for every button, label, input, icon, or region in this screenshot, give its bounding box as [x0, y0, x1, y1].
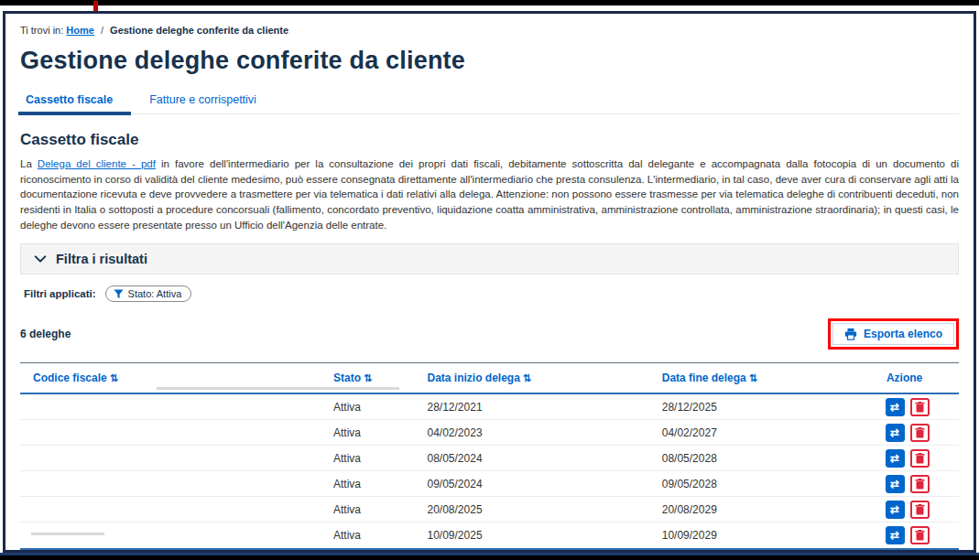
- header-data-fine[interactable]: Data fine delega⇅: [649, 363, 856, 393]
- results-row: 6 deleghe Esporta elenco: [20, 318, 959, 350]
- cell-azioni: ⇄: [855, 501, 959, 519]
- table-row: Attiva 10/09/2025 10/09/2029 ⇄: [20, 522, 959, 548]
- cell-stato: Attiva: [321, 401, 415, 414]
- table-header-row: Codice fiscale⇅ Stato⇅ Data inizio deleg…: [20, 363, 959, 394]
- intro-paragraph: La Delega del cliente - pdf in favore de…: [20, 156, 959, 232]
- header-data-inizio[interactable]: Data inizio delega⇅: [415, 363, 649, 393]
- header-azione: Azione: [855, 363, 959, 393]
- cell-data-fine: 09/05/2028: [649, 478, 856, 490]
- breadcrumb-home-link[interactable]: Home: [66, 25, 94, 36]
- delete-delega-button[interactable]: [910, 475, 930, 493]
- cell-data-fine: 28/12/2025: [649, 401, 856, 414]
- sort-icon[interactable]: ⇅: [364, 372, 372, 383]
- bottom-black-bar: [0, 555, 979, 560]
- sort-icon[interactable]: ⇅: [110, 372, 118, 383]
- intro-text-after: in favore dell'intermediario per la cons…: [20, 158, 959, 231]
- tab-cassetto-fiscale[interactable]: Cassetto fiscale: [24, 88, 114, 113]
- delega-cliente-pdf-link[interactable]: Delega del cliente - pdf: [38, 158, 156, 169]
- trash-icon: [915, 427, 925, 438]
- cell-azioni: ⇄: [855, 449, 959, 468]
- renew-delega-button[interactable]: ⇄: [886, 501, 905, 519]
- tab-bar: Cassetto fiscale Fatture e corrispettivi: [20, 88, 959, 114]
- results-count: 6 deleghe: [20, 328, 71, 340]
- cell-azioni: ⇄: [855, 398, 959, 416]
- applied-filters-row: Filtri applicati: Stato: Attiva: [24, 285, 959, 302]
- cell-data-inizio: 04/02/2023: [415, 426, 649, 439]
- breadcrumb: Ti trovi in: Home / Gestione deleghe con…: [20, 25, 959, 36]
- filter-accordion-label: Filtra i risultati: [56, 252, 147, 266]
- swap-arrows-icon: ⇄: [890, 504, 899, 515]
- redaction-artifact: [157, 387, 399, 390]
- cell-stato: Attiva: [321, 452, 415, 465]
- table-row: Attiva 20/08/2025 20/08/2029 ⇄: [20, 497, 959, 522]
- sort-icon[interactable]: ⇅: [523, 372, 531, 383]
- cell-data-fine: 04/02/2027: [649, 426, 856, 439]
- delete-delega-button[interactable]: [910, 449, 930, 468]
- cell-azioni: ⇄: [855, 424, 959, 442]
- table-row: Attiva 09/05/2024 09/05/2028 ⇄: [20, 471, 959, 497]
- table-row: Attiva 04/02/2023 04/02/2027 ⇄: [20, 420, 959, 446]
- page-title: Gestione deleghe conferite da cliente: [20, 47, 959, 75]
- cell-data-fine: 10/09/2029: [649, 529, 856, 542]
- renew-delega-button[interactable]: ⇄: [886, 424, 905, 442]
- delete-delega-button[interactable]: [910, 501, 930, 519]
- renew-delega-button[interactable]: ⇄: [886, 449, 905, 468]
- cell-data-inizio: 09/05/2024: [415, 478, 649, 490]
- deleghe-table: Codice fiscale⇅ Stato⇅ Data inizio deleg…: [20, 362, 959, 550]
- swap-arrows-icon: ⇄: [890, 479, 899, 490]
- cell-stato: Attiva: [321, 478, 415, 490]
- chevron-down-icon: [34, 253, 47, 265]
- tab-fatture-corrispettivi[interactable]: Fatture e corrispettivi: [147, 88, 258, 113]
- breadcrumb-current: Gestione deleghe conferite da cliente: [110, 25, 288, 36]
- trash-icon: [915, 530, 925, 541]
- applied-filters-label: Filtri applicati:: [24, 288, 96, 299]
- printer-icon: [844, 328, 857, 340]
- cell-stato: Attiva: [321, 503, 415, 516]
- export-list-button[interactable]: Esporta elenco: [832, 323, 954, 345]
- table-row: Attiva 28/12/2021 28/12/2025 ⇄: [20, 394, 959, 420]
- trash-icon: [915, 402, 925, 413]
- table-row: Attiva 08/05/2024 08/05/2028 ⇄: [20, 446, 959, 471]
- delete-delega-button[interactable]: [910, 424, 930, 442]
- renew-delega-button[interactable]: ⇄: [886, 475, 905, 493]
- cell-data-inizio: 08/05/2024: [415, 452, 649, 465]
- funnel-icon: [114, 289, 124, 299]
- sort-icon[interactable]: ⇅: [749, 372, 757, 383]
- cell-stato: Attiva: [321, 529, 415, 542]
- breadcrumb-separator: /: [101, 25, 103, 36]
- cell-data-inizio: 28/12/2021: [415, 401, 649, 414]
- renew-delega-button[interactable]: ⇄: [886, 398, 905, 416]
- swap-arrows-icon: ⇄: [890, 530, 899, 541]
- red-highlight-annotation: Esporta elenco: [828, 318, 959, 350]
- filter-chip-label: Stato: Attiva: [128, 288, 182, 299]
- swap-arrows-icon: ⇄: [890, 453, 899, 464]
- delete-delega-button[interactable]: [910, 398, 930, 416]
- intro-text-before: La: [20, 158, 38, 169]
- swap-arrows-icon: ⇄: [890, 427, 899, 438]
- filter-accordion-toggle[interactable]: Filtra i risultati: [20, 243, 959, 275]
- section-title: Cassetto fiscale: [20, 131, 959, 149]
- cell-stato: Attiva: [321, 426, 415, 439]
- trash-icon: [915, 453, 925, 464]
- cell-data-inizio: 10/09/2025: [415, 529, 649, 542]
- delete-delega-button[interactable]: [910, 526, 930, 544]
- cell-azioni: ⇄: [855, 526, 959, 544]
- cell-azioni: ⇄: [855, 475, 959, 493]
- cell-data-inizio: 20/08/2025: [415, 503, 649, 516]
- export-list-label: Esporta elenco: [864, 328, 942, 340]
- filter-chip-stato-attiva[interactable]: Stato: Attiva: [105, 285, 192, 302]
- trash-icon: [915, 504, 925, 515]
- page-content: Ti trovi in: Home / Gestione deleghe con…: [5, 14, 974, 550]
- table-body: Attiva 28/12/2021 28/12/2025 ⇄ Attiva 04…: [20, 394, 959, 548]
- cell-data-fine: 20/08/2029: [649, 503, 856, 516]
- cell-data-fine: 08/05/2028: [649, 452, 856, 465]
- redaction-artifact: [31, 533, 104, 535]
- top-black-bar: [0, 0, 979, 5]
- breadcrumb-prefix: Ti trovi in:: [20, 25, 63, 36]
- trash-icon: [915, 479, 925, 490]
- swap-arrows-icon: ⇄: [890, 402, 899, 413]
- renew-delega-button[interactable]: ⇄: [886, 526, 905, 544]
- page-frame: Ti trovi in: Home / Gestione deleghe con…: [3, 11, 976, 553]
